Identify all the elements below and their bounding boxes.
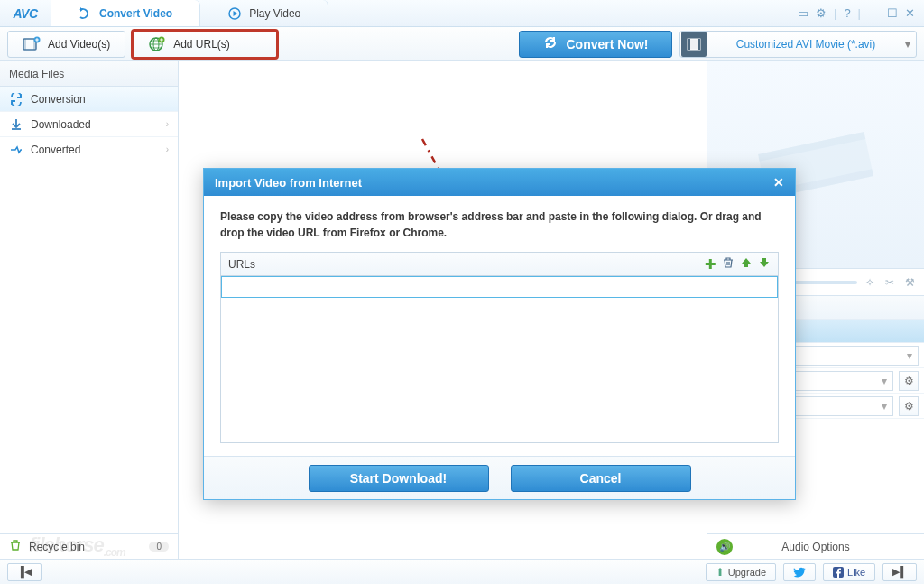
convert-icon — [78, 6, 92, 21]
dialog-actions: Start Download! Cancel — [204, 456, 795, 499]
minimize-icon[interactable]: — — [868, 6, 880, 20]
tab-label: Play Video — [249, 7, 300, 20]
url-delete-icon[interactable] — [722, 256, 735, 273]
svg-rect-10 — [688, 39, 690, 50]
option-gear-2[interactable]: ⚙ — [899, 371, 919, 391]
dialog-title: Import Video from Internet — [215, 176, 362, 190]
chevron-down-icon: ▾ — [882, 375, 887, 387]
audio-options-label: Audio Options — [781, 541, 849, 553]
watermark: filehorse.com — [29, 533, 125, 559]
maximize-icon[interactable]: ☐ — [887, 6, 898, 20]
film-plus-icon — [23, 35, 41, 53]
svg-rect-11 — [698, 39, 700, 50]
twitter-button[interactable] — [783, 563, 816, 581]
app-logo: AVC — [0, 0, 51, 26]
start-download-button[interactable]: Start Download! — [309, 465, 489, 492]
convert-now-button[interactable]: Convert Now! — [519, 31, 672, 58]
url-list-header: URLs ✚ — [221, 253, 778, 276]
converted-icon — [9, 143, 23, 157]
url-list-area[interactable] — [221, 298, 778, 442]
trash-icon — [9, 539, 22, 554]
sidebar-item-label: Downloaded — [31, 118, 91, 131]
chevron-down-icon: ▾ — [900, 38, 916, 51]
audio-options-button[interactable]: 🔊 Audio Options — [707, 533, 924, 559]
crop-icon[interactable]: ✧ — [863, 275, 877, 290]
tab-play-video[interactable]: Play Video — [200, 0, 328, 26]
button-label: Convert Now! — [567, 37, 649, 51]
titlebar: AVC Convert Video Play Video ▭ ⚙ | ? | —… — [0, 0, 924, 27]
refresh-icon — [543, 35, 558, 52]
facebook-like-button[interactable]: Like — [823, 563, 875, 581]
dialog-titlebar[interactable]: Import Video from Internet ✕ — [204, 169, 795, 196]
tab-label: Convert Video — [99, 7, 172, 20]
chevron-down-icon: ▾ — [882, 400, 887, 413]
upgrade-icon: ⬆ — [716, 566, 725, 579]
download-icon — [9, 117, 23, 132]
audio-icon: 🔊 — [716, 539, 733, 555]
twitter-icon — [793, 566, 806, 579]
sidebar-item-label: Conversion — [31, 93, 86, 106]
facebook-icon — [833, 567, 844, 578]
window-controls: ▭ ⚙ | ? | — ☐ ✕ — [789, 0, 924, 26]
card-icon[interactable]: ▭ — [798, 6, 808, 20]
globe-plus-icon — [148, 35, 166, 53]
recycle-count: 0 — [149, 542, 169, 552]
panel-toggle-left[interactable]: ▐◀ — [7, 563, 42, 581]
film-icon — [681, 32, 707, 57]
upgrade-button[interactable]: ⬆ Upgrade — [706, 563, 776, 581]
add-videos-button[interactable]: Add Video(s) — [7, 31, 125, 58]
sidebar-item-label: Converted — [31, 144, 80, 156]
sidebar: Media Files Conversion Downloaded › Conv… — [0, 61, 179, 559]
cut-icon[interactable]: ✂ — [882, 275, 897, 290]
import-url-dialog: Import Video from Internet ✕ Please copy… — [203, 168, 796, 500]
sidebar-item-converted[interactable]: Converted › — [0, 137, 178, 162]
urls-label: URLs — [228, 258, 255, 271]
sidebar-header: Media Files — [0, 61, 178, 87]
chevron-right-icon: › — [166, 144, 169, 154]
conversion-icon — [9, 92, 23, 107]
url-input[interactable] — [221, 276, 778, 298]
play-icon — [227, 6, 242, 21]
format-label: Customized AVI Movie (*.avi) — [712, 38, 900, 51]
url-move-up-icon[interactable] — [740, 256, 753, 273]
option-gear-3[interactable]: ⚙ — [899, 396, 919, 416]
tools-icon[interactable]: ⚒ — [902, 275, 917, 290]
output-format-selector[interactable]: Customized AVI Movie (*.avi) ▾ — [679, 31, 917, 58]
settings-icon[interactable]: ⚙ — [816, 6, 827, 20]
button-label: Add URL(s) — [173, 38, 230, 51]
toolbar: Add Video(s) Add URL(s) Convert Now! Cus… — [0, 27, 924, 61]
url-list-box: URLs ✚ — [220, 252, 779, 443]
dialog-close-icon[interactable]: ✕ — [773, 175, 784, 190]
tab-convert-video[interactable]: Convert Video — [51, 0, 200, 26]
chevron-right-icon: › — [166, 119, 169, 129]
help-icon[interactable]: ? — [844, 6, 850, 20]
svg-rect-2 — [23, 39, 26, 50]
url-move-down-icon[interactable] — [758, 256, 771, 273]
sidebar-item-downloaded[interactable]: Downloaded › — [0, 112, 178, 137]
statusbar: ▐◀ ⬆ Upgrade Like ▶▌ — [0, 559, 924, 584]
url-add-icon[interactable]: ✚ — [705, 256, 716, 273]
close-icon[interactable]: ✕ — [905, 6, 915, 20]
cancel-button[interactable]: Cancel — [511, 465, 691, 492]
chevron-down-icon: ▾ — [907, 349, 912, 362]
sidebar-item-conversion[interactable]: Conversion — [0, 87, 178, 112]
panel-toggle-right[interactable]: ▶▌ — [882, 563, 917, 581]
add-urls-button[interactable]: Add URL(s) — [133, 31, 277, 58]
button-label: Add Video(s) — [48, 38, 110, 51]
dialog-instructions: Please copy the video address from brows… — [220, 209, 779, 241]
